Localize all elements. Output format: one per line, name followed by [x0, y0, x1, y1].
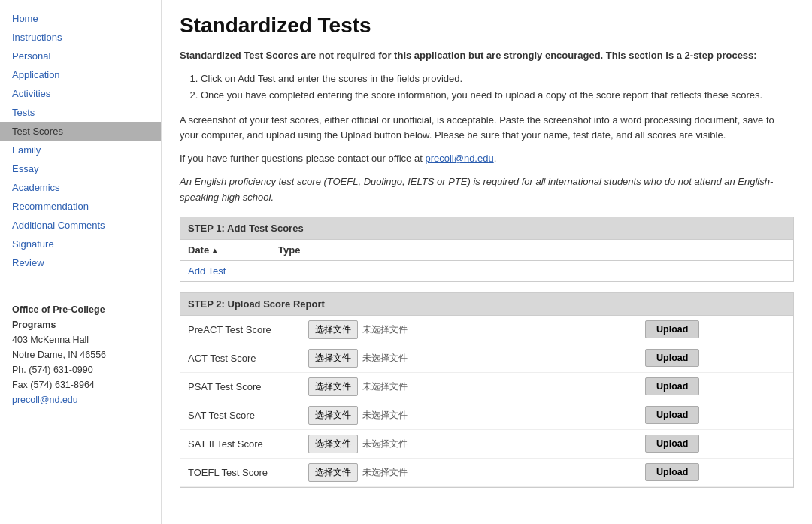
- file-no-chosen-5: 未选择文件: [362, 466, 408, 479]
- intro-bold-text: Standardized Test Scores are not require…: [180, 48, 794, 63]
- office-email-link[interactable]: precoll@nd.edu: [12, 395, 78, 405]
- table-row: ACT Test Score选择文件未选择文件Upload: [180, 344, 793, 372]
- upload-button-2[interactable]: Upload: [645, 377, 699, 395]
- sidebar-item-academics[interactable]: Academics: [0, 178, 161, 197]
- sidebar-item-essay[interactable]: Essay: [0, 159, 161, 178]
- italic-note: An English proficiency test score (TOEFL…: [180, 174, 794, 206]
- table-row: SAT Test Score选择文件未选择文件Upload: [180, 401, 793, 429]
- table-header: Date▲ Type: [180, 240, 794, 261]
- table-row: SAT II Test Score选择文件未选择文件Upload: [180, 429, 793, 458]
- file-input-container-1: 选择文件未选择文件: [308, 349, 408, 368]
- office-fax: Fax (574) 631-8964: [12, 380, 95, 390]
- body-text-screenshot: A screenshot of your test scores, either…: [180, 113, 794, 144]
- upload-label-0: PreACT Test Score: [180, 316, 301, 344]
- file-choose-button-3[interactable]: 选择文件: [308, 406, 358, 425]
- upload-label-3: SAT Test Score: [180, 401, 301, 429]
- file-no-chosen-1: 未选择文件: [362, 352, 408, 365]
- office-info: Office of Pre-College Programs 403 McKen…: [0, 293, 161, 416]
- sidebar-item-tests[interactable]: Tests: [0, 103, 161, 122]
- contact-prefix: If you have further questions please con…: [180, 153, 425, 164]
- contact-email-link[interactable]: precoll@nd.edu: [425, 153, 493, 164]
- file-no-chosen-0: 未选择文件: [362, 323, 408, 336]
- sidebar-item-personal[interactable]: Personal: [0, 47, 161, 65]
- sidebar-item-recommendation[interactable]: Recommendation: [0, 197, 161, 216]
- file-choose-button-2[interactable]: 选择文件: [308, 377, 358, 396]
- contact-text: If you have further questions please con…: [180, 151, 794, 167]
- sidebar-item-additional-comments[interactable]: Additional Comments: [0, 216, 161, 235]
- col-type-header: Type: [278, 244, 786, 256]
- nav-links: HomeInstructionsPersonalApplicationActiv…: [0, 9, 161, 272]
- add-test-row: Add Test: [180, 261, 794, 282]
- sidebar-item-family[interactable]: Family: [0, 141, 161, 159]
- file-choose-button-4[interactable]: 选择文件: [308, 435, 358, 453]
- sidebar-item-review[interactable]: Review: [0, 253, 161, 272]
- file-input-container-0: 选择文件未选择文件: [308, 320, 408, 339]
- upload-button-0[interactable]: Upload: [645, 320, 699, 338]
- col-date-header: Date▲: [188, 244, 278, 256]
- add-test-link[interactable]: Add Test: [188, 265, 226, 277]
- steps-list: Click on Add Test and enter the scores i…: [201, 71, 794, 104]
- contact-suffix: .: [494, 153, 497, 164]
- office-address1: 403 McKenna Hall: [12, 335, 89, 345]
- file-choose-button-0[interactable]: 选择文件: [308, 320, 358, 339]
- step2-header: STEP 2: Upload Score Report: [180, 293, 793, 316]
- file-no-chosen-3: 未选择文件: [362, 409, 408, 422]
- table-row: PSAT Test Score选择文件未选择文件Upload: [180, 372, 793, 401]
- upload-table: PreACT Test Score选择文件未选择文件UploadACT Test…: [180, 316, 793, 487]
- upload-button-1[interactable]: Upload: [645, 349, 699, 367]
- page-title: Standardized Tests: [180, 14, 794, 38]
- file-choose-button-5[interactable]: 选择文件: [308, 463, 358, 482]
- table-row: TOEFL Test Score选择文件未选择文件Upload: [180, 458, 793, 486]
- upload-label-5: TOEFL Test Score: [180, 458, 301, 486]
- step1-header: STEP 1: Add Test Scores: [180, 217, 794, 240]
- sidebar-item-signature[interactable]: Signature: [0, 235, 161, 253]
- upload-button-4[interactable]: Upload: [645, 435, 699, 453]
- sidebar-item-test-scores[interactable]: Test Scores: [0, 122, 161, 141]
- sidebar-item-application[interactable]: Application: [0, 65, 161, 84]
- upload-button-3[interactable]: Upload: [645, 406, 699, 424]
- sidebar-item-activities[interactable]: Activities: [0, 84, 161, 103]
- upload-label-1: ACT Test Score: [180, 344, 301, 372]
- file-no-chosen-4: 未选择文件: [362, 438, 408, 450]
- file-choose-button-1[interactable]: 选择文件: [308, 349, 358, 368]
- sort-arrow: ▲: [211, 246, 219, 255]
- sidebar: HomeInstructionsPersonalApplicationActiv…: [0, 0, 162, 524]
- file-input-container-3: 选择文件未选择文件: [308, 406, 408, 425]
- file-input-container-4: 选择文件未选择文件: [308, 435, 408, 453]
- office-address2: Notre Dame, IN 46556: [12, 350, 106, 360]
- main-content: Standardized Tests Standardized Test Sco…: [162, 0, 812, 524]
- upload-label-4: SAT II Test Score: [180, 429, 301, 458]
- step-item-2: Once you have completed entering the sco…: [201, 87, 794, 104]
- file-input-container-2: 选择文件未选择文件: [308, 377, 408, 396]
- office-name: Office of Pre-College Programs: [12, 304, 105, 330]
- upload-label-2: PSAT Test Score: [180, 372, 301, 401]
- sidebar-item-home[interactable]: Home: [0, 9, 161, 28]
- upload-button-5[interactable]: Upload: [645, 463, 699, 481]
- sidebar-item-instructions[interactable]: Instructions: [0, 28, 161, 47]
- office-phone: Ph. (574) 631-0990: [12, 365, 93, 375]
- file-input-container-5: 选择文件未选择文件: [308, 463, 408, 482]
- file-no-chosen-2: 未选择文件: [362, 380, 408, 393]
- step2-block: STEP 2: Upload Score Report PreACT Test …: [180, 292, 794, 488]
- table-row: PreACT Test Score选择文件未选择文件Upload: [180, 316, 793, 344]
- step-item-1: Click on Add Test and enter the scores i…: [201, 71, 794, 87]
